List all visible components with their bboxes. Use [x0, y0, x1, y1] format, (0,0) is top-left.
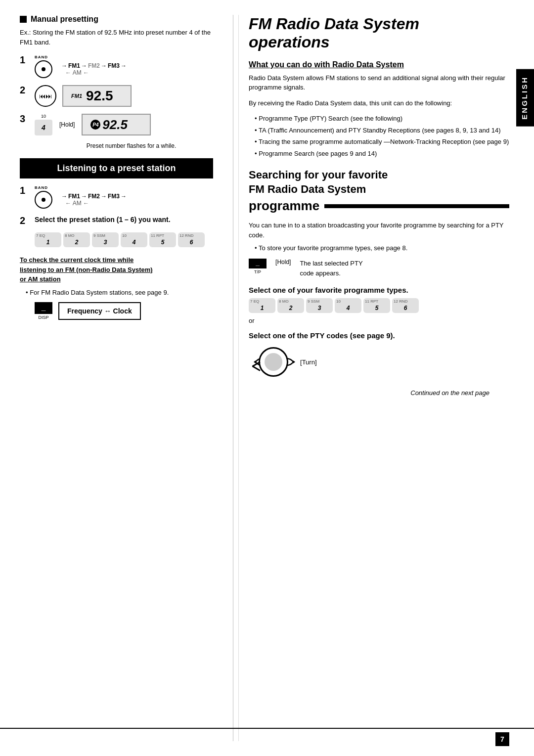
rds-preset-btn-2[interactable]: 8 MO 2 — [277, 298, 304, 313]
step-2-content: ⏮⏭ FM1 92.5 — [35, 85, 132, 107]
disp-button[interactable]: — — [35, 302, 52, 314]
step-1-content: BAND → FM1 → FM2 → FM3 → — [35, 55, 127, 78]
preset-station-title: Listening to a preset station — [28, 163, 205, 174]
pty-line2: code appears. — [300, 268, 362, 278]
knob-container: [Turn] — [254, 345, 509, 379]
page-number: 7 — [495, 732, 509, 746]
continued-text: Continued on the next page — [249, 389, 509, 397]
listen-band-button[interactable] — [35, 191, 52, 209]
rds-para1: Radio Data System allows FM stations to … — [249, 73, 509, 92]
rds-subtitle: What you can do with Radio Data System — [249, 60, 509, 69]
num4-btn[interactable]: 4 — [35, 120, 52, 135]
step-3: 3 10 4 [Hold] P4 92.5 — [20, 114, 213, 135]
step-1-num: 1 — [20, 55, 31, 65]
disp-label: DISP — [38, 315, 48, 320]
listen-step-1-content: BAND → FM1 → FM2 → FM3 → — [35, 185, 127, 209]
rds-preset-btn-1[interactable]: 7 EQ 1 — [249, 298, 275, 313]
rds-title-line2: operations — [249, 33, 330, 51]
hold-label-rds: [Hold] — [275, 259, 291, 266]
listen-step-1: 1 BAND → FM1 → FM2 → FM3 — [20, 185, 213, 209]
preset-btn-1[interactable]: 7 EQ 1 — [35, 232, 61, 247]
clock-heading-line2: listening to an FM (non-Radio Data Syste… — [20, 266, 153, 273]
listen-band-label: BAND — [35, 185, 127, 190]
freq-clock-box: Frequency ↔ Clock — [58, 302, 141, 320]
preset-btn-5[interactable]: 11 RPT 5 — [149, 232, 176, 247]
listen-fm-flow-row1: → FM1 → FM2 → FM3 → — [61, 193, 127, 200]
arrow4: → — [121, 62, 127, 69]
fm-display-box: FM1 92.5 — [62, 85, 132, 107]
preset-buttons-row: 7 EQ 1 8 MO 2 9 SSM 3 — [35, 232, 213, 247]
btn6-top-left: 12 RND — [179, 233, 193, 238]
clock-heading-line1: To check the current clock time while — [20, 256, 134, 264]
fm-flow-row1: → FM1 → FM2 → FM3 → — [61, 62, 127, 69]
preset-display-box: P4 92.5 — [82, 114, 151, 135]
knob-control[interactable] — [259, 347, 288, 377]
searching-bullet: To store your favorite programme types, … — [255, 244, 509, 253]
step-3-num: 3 — [20, 114, 31, 124]
pty-codes-heading: Select one of the PTY codes (see page 9)… — [249, 331, 509, 340]
listen-step-2-text: Select the preset station (1 – 6) you wa… — [35, 216, 171, 223]
seek-button[interactable]: ⏮⏭ — [35, 85, 56, 107]
pty-text: The last selected PTY code appears. — [300, 259, 362, 278]
fm1-label: FM1 — [68, 62, 80, 69]
preset-btn-4[interactable]: 10 4 — [121, 232, 147, 247]
pty-line1: The last selected PTY — [300, 259, 362, 268]
tp-container: — T/P — [249, 259, 267, 274]
rds-para2: By receiving the Radio Data System data,… — [249, 98, 509, 108]
preset-badge: P4 — [90, 120, 100, 130]
or-text: or — [249, 317, 509, 324]
rds-preset-btn-3[interactable]: 9 SSM 3 — [306, 298, 333, 313]
preset-btn-3[interactable]: 9 SSM 3 — [92, 232, 119, 247]
bottom-line — [0, 728, 534, 729]
fm-flow-container: → FM1 → FM2 → FM3 → ← AM ← — [59, 62, 127, 76]
freq-display-value: 92.5 — [86, 88, 113, 104]
rds-title-line1: FM Radio Data System — [249, 15, 419, 33]
searching-para: You can tune in to a station broadcastin… — [249, 221, 509, 240]
band-button[interactable] — [35, 60, 52, 78]
step-3-content: 10 4 [Hold] P4 92.5 — [35, 114, 151, 135]
step3-sublabel: 10 — [41, 114, 46, 119]
clock-bullet: For FM Radio Data System stations, see p… — [26, 288, 213, 297]
clock-section: To check the current clock time while li… — [20, 255, 213, 320]
knob-inner — [265, 353, 282, 371]
rds-title: FM Radio Data System operations — [249, 15, 509, 51]
select-heading: Select one of your favorite programme ty… — [249, 286, 509, 294]
turn-label: [Turn] — [300, 358, 316, 366]
fm1-display-label: FM1 — [71, 93, 82, 99]
rds-preset-btn-4[interactable]: 10 4 — [335, 298, 361, 313]
listen-step-2: 2 Select the preset station (1 – 6) you … — [20, 216, 213, 225]
preset-freq: 92.5 — [102, 117, 128, 133]
searching-title: Searching for your favorite FM Radio Dat… — [249, 168, 509, 196]
hold-label-3: [Hold] — [59, 121, 75, 128]
preset-btn-6[interactable]: 12 RND 6 — [178, 232, 205, 247]
fm2-label: FM2 — [88, 62, 100, 69]
black-square-icon — [20, 16, 27, 23]
preset-btn-2[interactable]: 8 MO 2 — [63, 232, 90, 247]
searching-line2: FM Radio Data System — [249, 183, 366, 195]
rds-bullet-4: Programme Search (see pages 9 and 14) — [255, 149, 509, 159]
rds-bullet-1: Programme Type (PTY) Search (see the fol… — [255, 114, 509, 124]
step-2: 2 ⏮⏭ FM1 92.5 — [20, 85, 213, 107]
listen-fm-flow: → FM1 → FM2 → FM3 → ← AM ← — [59, 193, 127, 207]
prog-underline-bar — [324, 204, 509, 208]
side-tab-english: ENGLISH — [516, 69, 534, 127]
step-1: 1 BAND → FM1 → FM2 → FM3 — [20, 55, 213, 78]
am-label: ← AM ← — [65, 69, 89, 76]
tp-label: T/P — [254, 269, 261, 274]
example-text: Ex.: Storing the FM station of 92.5 MHz … — [20, 28, 213, 47]
preset-station-box: Listening to a preset station — [20, 158, 213, 178]
rds-preset-btn-6[interactable]: 12 RND 6 — [392, 298, 419, 313]
searching-programme: programme — [249, 198, 509, 214]
arrow3: → — [101, 62, 107, 69]
manual-presetting-title: Manual presetting — [31, 15, 98, 24]
svg-marker-1 — [293, 360, 295, 363]
column-divider — [233, 15, 233, 741]
preset-flash-text: Preset number flashes for a while. — [49, 142, 213, 149]
clock-heading-line3: or AM station — [20, 275, 61, 283]
tp-button[interactable]: — — [249, 259, 267, 268]
rds-bullet-3: Tracing the same programme automatically… — [255, 137, 509, 147]
hold-pty-row: — T/P [Hold] The last selected PTY code … — [249, 259, 509, 278]
searching-line1: Searching for your favorite — [249, 169, 388, 181]
rds-preset-btn-5[interactable]: 11 RPT 5 — [363, 298, 390, 313]
arrow2: → — [81, 62, 87, 69]
